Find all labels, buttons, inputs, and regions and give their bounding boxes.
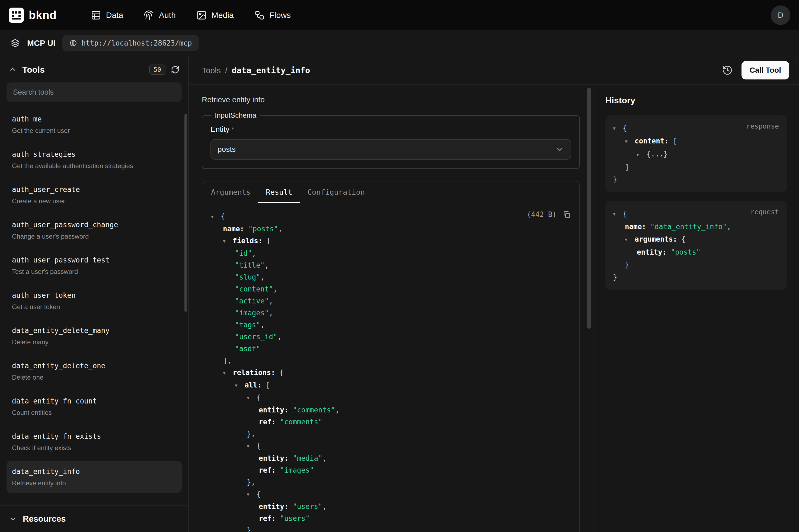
json-token-p: },	[247, 478, 255, 486]
caret-down-icon[interactable]: ▼	[211, 211, 221, 223]
brand[interactable]: bknd	[9, 7, 57, 23]
tool-list-item[interactable]: auth_user_password_test Test a user's pa…	[6, 249, 182, 282]
tool-list-item[interactable]: auth_user_password_change Change a user'…	[6, 214, 182, 246]
json-line: },	[211, 428, 571, 440]
tool-description: Create a new user	[12, 197, 176, 206]
tool-list-item[interactable]: data_entity_fn_exists Check if entity ex…	[6, 426, 182, 458]
json-line: ▼{	[211, 210, 571, 223]
tab[interactable]: Result	[258, 182, 300, 203]
entity-select[interactable]: posts	[210, 139, 571, 160]
tool-detail-description: Retrieve entity info	[202, 95, 580, 104]
search-wrap	[0, 81, 188, 106]
json-token-key: ref:	[259, 514, 280, 522]
copy-icon[interactable]	[563, 210, 571, 218]
tool-description: Get the current user	[12, 126, 176, 135]
json-token-str: "users"	[280, 514, 310, 522]
entity-label-text: Entity	[210, 125, 229, 133]
user-avatar[interactable]: D	[771, 5, 790, 25]
top-navbar: bknd Data Auth Media	[0, 0, 799, 31]
json-line: name: "data_entity_info",	[613, 221, 779, 233]
chevron-up-icon[interactable]	[9, 65, 17, 74]
nav-item-data[interactable]: Data	[84, 6, 130, 25]
tool-name: data_entity_fn_exists	[12, 431, 176, 441]
history-entry-response[interactable]: response ▼{▼content: [▶{...}]}	[605, 115, 787, 192]
json-token-p: {	[279, 368, 284, 377]
tool-list-item[interactable]: auth_user_token Get a user token	[6, 285, 182, 317]
caret-down-icon[interactable]: ▼	[247, 489, 256, 500]
nav-item-auth[interactable]: Auth	[137, 6, 183, 25]
tools-count-badge: 50	[149, 64, 166, 75]
response-json-tree: ▼{▼content: [▶{...}]}	[613, 122, 779, 186]
json-token-key: entity:	[259, 454, 293, 462]
nav-item-media[interactable]: Media	[189, 6, 241, 25]
tool-list-item[interactable]: data_entity_delete_many Delete many	[6, 320, 182, 352]
breadcrumb-separator: /	[225, 66, 227, 75]
main-region: Tools / data_entity_info Call Tool R	[189, 56, 799, 532]
json-token-p: ,	[252, 249, 256, 257]
result-meta: (442 B)	[527, 210, 571, 218]
json-token-str: "title"	[235, 261, 265, 269]
tool-description: Retrieve entity info	[12, 479, 176, 488]
top-nav-items: Data Auth Media Flows	[84, 6, 298, 25]
json-line: ref: "images"	[211, 464, 571, 476]
avatar-initial: D	[778, 11, 783, 20]
tab[interactable]: Configuration	[300, 182, 373, 203]
input-schema-fieldset: InputSchema Entity * posts	[202, 111, 580, 169]
json-token-p: {	[221, 212, 225, 221]
caret-down-icon[interactable]: ▼	[223, 367, 233, 379]
json-token-key: ref:	[259, 418, 280, 426]
json-line: ▼fields: [	[211, 235, 571, 247]
json-token-key: ref:	[259, 466, 280, 474]
json-token-str: "images"	[235, 309, 269, 317]
entity-field-label: Entity *	[210, 125, 571, 134]
tool-list-item[interactable]: data_entity_info Retrieve entity info	[6, 461, 182, 493]
json-line: entity: "media",	[211, 452, 571, 464]
caret-down-icon[interactable]: ▼	[247, 392, 256, 404]
tool-name: auth_user_token	[12, 290, 176, 300]
history-icon[interactable]	[722, 65, 733, 76]
tool-description: Delete one	[12, 373, 176, 382]
tool-list-item[interactable]: data_entity_delete_one Delete one	[6, 355, 182, 387]
caret-down-icon[interactable]: ▼	[613, 208, 623, 221]
header-actions: Call Tool	[722, 61, 789, 79]
json-token-p: ,	[727, 223, 731, 231]
tool-list-item[interactable]: data_entity_fn_count Count entities	[6, 391, 182, 422]
caret-down-icon[interactable]: ▼	[625, 135, 635, 148]
mcp-subheader: MCP UI http://localhost:28623/mcp	[0, 31, 799, 56]
tool-name: auth_user_password_change	[12, 220, 176, 230]
tool-list-item[interactable]: auth_strategies Get the available authen…	[6, 144, 182, 176]
content-area: Tools 50 auth_me Get the current user	[0, 56, 799, 532]
json-line: }	[613, 259, 779, 271]
json-token-p: }	[247, 526, 251, 532]
json-line: entity: "posts"	[613, 246, 779, 259]
json-token-str: "posts"	[671, 248, 701, 256]
caret-down-icon[interactable]: ▼	[235, 380, 245, 392]
caret-down-icon[interactable]: ▼	[613, 122, 623, 135]
mcp-url: http://localhost:28623/mcp	[81, 39, 192, 47]
caret-down-icon[interactable]: ▼	[223, 235, 233, 247]
breadcrumb-current: data_entity_info	[232, 65, 310, 75]
caret-right-icon[interactable]: ▶	[637, 148, 647, 161]
json-token-key: fields:	[233, 237, 267, 245]
call-tool-button[interactable]: Call Tool	[742, 61, 789, 79]
tab[interactable]: Arguments	[204, 182, 258, 203]
caret-down-icon[interactable]: ▼	[625, 233, 635, 246]
json-line: "active",	[211, 295, 571, 307]
breadcrumb-root[interactable]: Tools	[202, 66, 221, 75]
history-entry-request[interactable]: request ▼{name: "data_entity_info",▼argu…	[605, 201, 787, 290]
tool-detail-content: Retrieve entity info InputSchema Entity …	[189, 84, 593, 532]
json-line: "id",	[211, 247, 571, 259]
json-token-p: }	[625, 261, 629, 269]
json-token-p: {	[623, 124, 627, 132]
caret-down-icon[interactable]: ▼	[247, 440, 256, 452]
refresh-icon[interactable]	[171, 65, 179, 74]
tool-list-item[interactable]: auth_me Get the current user	[6, 109, 182, 140]
resources-section-header[interactable]: Resources	[0, 506, 188, 532]
nav-item-flows[interactable]: Flows	[247, 6, 298, 25]
sidebar-scrollbar[interactable]	[185, 114, 187, 312]
tool-list-item[interactable]: auth_user_create Create a new user	[6, 179, 182, 211]
search-input[interactable]	[6, 82, 182, 102]
mcp-url-pill[interactable]: http://localhost:28623/mcp	[62, 35, 199, 51]
main-scrollbar[interactable]	[587, 88, 591, 329]
required-mark: *	[232, 126, 234, 133]
